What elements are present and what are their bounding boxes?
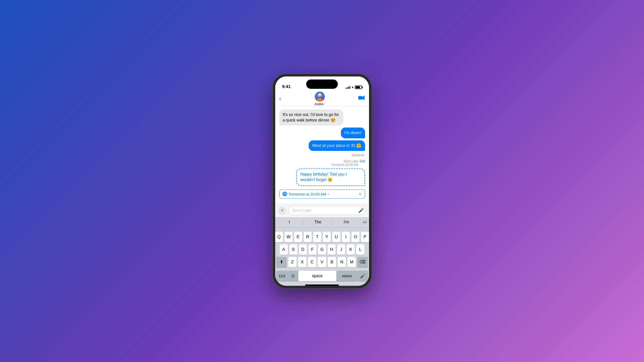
send-later-date: Send Later Tomorrow 10:00 AM	[331, 159, 358, 167]
keyboard-bottom-row: 123 ☺ space return 🎤	[275, 270, 369, 284]
key-g[interactable]: G	[318, 244, 326, 255]
mic-input-icon: 🎤	[358, 208, 364, 213]
message-bubble-received: It's so nice out, I'd love to go for a q…	[279, 109, 344, 126]
key-x[interactable]: X	[298, 257, 306, 267]
key-c[interactable]: C	[308, 257, 316, 267]
message-text: It's so nice out, I'd love to go for a q…	[283, 112, 339, 122]
home-indicator	[305, 285, 339, 286]
contact-info[interactable]: Andre ›	[314, 92, 325, 106]
key-u[interactable]: U	[332, 232, 340, 242]
input-placeholder: Send Later	[292, 208, 312, 213]
message-bubble-sent-1: I'm down!	[341, 128, 365, 138]
return-key[interactable]: return	[336, 271, 357, 281]
tomorrow-banner[interactable]: Tomorrow at 10:00 AM › ✕	[279, 189, 365, 199]
message-text: Meet at your place in 30 🤗	[312, 143, 361, 148]
dynamic-island	[306, 79, 338, 89]
tomorrow-text: Tomorrow at 10:00 AM	[289, 192, 326, 196]
numbers-key[interactable]: 123	[276, 271, 288, 281]
key-j[interactable]: J	[337, 244, 345, 255]
battery-icon	[355, 86, 362, 89]
keyboard-row-2: A S D F G H J K L	[276, 244, 368, 255]
suggestion-im[interactable]: I'm	[332, 218, 361, 226]
emoji-key[interactable]: ☺	[288, 271, 298, 281]
nav-bar: ‹ Andre ›	[275, 91, 369, 106]
key-a[interactable]: A	[280, 244, 288, 255]
svg-rect-0	[358, 96, 362, 100]
keyboard-suggestions: I The I'm ≡A	[275, 217, 369, 228]
back-chevron-icon: ‹	[279, 95, 281, 102]
key-d[interactable]: D	[299, 244, 307, 255]
message-input[interactable]: Send Later 🎤	[288, 206, 366, 215]
messages-area: It's so nice out, I'd love to go for a q…	[275, 106, 369, 204]
message-bubble-sent-2: Meet at your place in 30 🤗	[309, 140, 365, 151]
add-attachment-button[interactable]: +	[278, 207, 286, 215]
key-s[interactable]: S	[289, 244, 297, 255]
key-i[interactable]: I	[342, 232, 350, 242]
key-y[interactable]: Y	[323, 232, 331, 242]
key-n[interactable]: N	[338, 257, 346, 267]
key-l[interactable]: L	[356, 244, 364, 255]
message-text: I'm down!	[344, 131, 361, 135]
message-text: Happy birthday! Told you I wouldn't forg…	[300, 172, 347, 182]
contact-chevron-icon: ›	[324, 103, 325, 105]
space-key[interactable]: space	[298, 271, 337, 281]
back-button[interactable]: ‹	[279, 95, 281, 102]
contact-name: Andre ›	[314, 102, 325, 106]
key-w[interactable]: W	[285, 232, 293, 242]
key-e[interactable]: E	[294, 232, 302, 242]
delete-key[interactable]: ⌫	[357, 257, 368, 267]
key-f[interactable]: F	[308, 244, 316, 255]
shift-key[interactable]: ⬆	[276, 257, 287, 267]
send-later-edit-button[interactable]: Edit	[360, 159, 365, 167]
input-area: + Send Later 🎤	[275, 204, 369, 217]
message-bubble-send-later: Happy birthday! Told you I wouldn't forg…	[296, 169, 365, 186]
key-m[interactable]: M	[347, 257, 356, 267]
send-later-label: Send Later Tomorrow 10:00 AM Edit	[279, 159, 365, 167]
keyboard-row-1: Q W E R T Y U I O P	[276, 232, 368, 242]
phone-screen: 9:41 ▾ ‹	[275, 76, 369, 286]
keyboard-row-3: ⬆ Z X C V B N M ⌫	[276, 257, 368, 267]
status-time: 9:41	[282, 84, 291, 89]
video-call-button[interactable]	[358, 95, 365, 102]
key-z[interactable]: Z	[288, 257, 297, 267]
signal-icon	[346, 86, 350, 89]
key-b[interactable]: B	[328, 257, 336, 267]
suggestion-the[interactable]: The	[304, 218, 332, 226]
tomorrow-close-button[interactable]: ✕	[358, 192, 362, 196]
status-icons: ▾	[346, 85, 362, 89]
key-k[interactable]: K	[347, 244, 355, 255]
format-icon[interactable]: ≡A	[360, 219, 369, 225]
clock-icon	[283, 192, 287, 196]
key-r[interactable]: R	[304, 232, 312, 242]
key-t[interactable]: T	[313, 232, 321, 242]
key-h[interactable]: H	[328, 244, 336, 255]
delivered-status: Delivered	[279, 153, 365, 157]
wifi-icon: ▾	[352, 85, 353, 89]
keyboard: Q W E R T Y U I O P A S D F G	[275, 228, 369, 286]
phone-frame: 9:41 ▾ ‹	[273, 74, 372, 288]
key-v[interactable]: V	[318, 257, 326, 267]
keyboard-rows: Q W E R T Y U I O P A S D F G	[275, 230, 369, 270]
key-o[interactable]: O	[351, 232, 359, 242]
suggestion-i[interactable]: I	[275, 218, 304, 226]
key-p[interactable]: P	[361, 232, 369, 242]
key-q[interactable]: Q	[275, 232, 283, 242]
tomorrow-chevron-icon: ›	[328, 192, 329, 196]
svg-marker-1	[362, 96, 365, 100]
mic-key[interactable]: 🎤	[357, 271, 368, 281]
svg-line-4	[285, 194, 286, 194]
avatar	[315, 92, 325, 102]
